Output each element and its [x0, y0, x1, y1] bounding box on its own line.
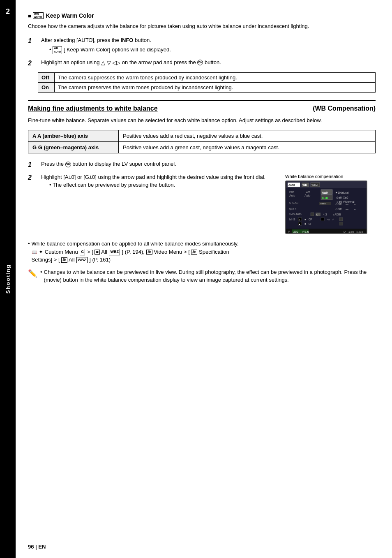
svg-text:—: — [346, 203, 348, 206]
svg-text:P: P [288, 230, 290, 233]
section1-step1: 1 After selecting [AUTO], press the INFO… [28, 36, 376, 54]
video-icon: 🎥 [146, 250, 152, 255]
svg-text:sRGB: sRGB [333, 213, 341, 216]
svg-text:$: $ [289, 201, 291, 204]
svg-text:G±0: G±0 [322, 196, 328, 200]
svg-text:■: ■ [299, 223, 300, 225]
page-number: 96 [28, 544, 34, 550]
section2-step1: 1 Press the OK button to display the LV … [28, 160, 376, 170]
axis-g-value: Positive values add a green cast, negati… [119, 142, 376, 153]
book-icon-inline: 📖 [32, 250, 37, 255]
svg-rect-22 [320, 203, 322, 204]
svg-rect-33 [311, 213, 314, 216]
pencil-content: Changes to white balance can be previewe… [40, 268, 376, 287]
s2-step2-sub: The effect can be previewed by pressing … [49, 182, 277, 188]
svg-text:D: D [344, 230, 346, 233]
step1-text: After selecting [AUTO], press the [41, 37, 120, 43]
section-divider [28, 100, 376, 101]
wb-auto-icon: WBAUTO [33, 12, 44, 19]
note-all: All [101, 249, 108, 255]
svg-text:0F: 0F [309, 218, 312, 221]
svg-text:■: ■ [304, 218, 306, 221]
step2-text: Highlight an option using [41, 59, 101, 65]
section2-heading: Making fine adjustments to white balance… [28, 105, 376, 112]
s2-step1-text2: button to display the LV super control p… [71, 161, 176, 167]
video-icon2: 🎥 [191, 250, 197, 255]
page-container: 2 Shooting ■ WBAUTO Keep Warm Color Choo… [0, 0, 392, 558]
svg-text:□1023: □1023 [356, 231, 363, 233]
note-bullet1: White balance compensation can be applie… [28, 240, 376, 264]
section2-heading-left: Making fine adjustments to white balance [28, 105, 158, 112]
sidebar-label: Shooting [5, 264, 11, 294]
note-p2: ] (P. 161) [89, 257, 111, 263]
svg-text:X: X [316, 213, 318, 216]
pencil-note: ✏️ Changes to white balance can be previ… [28, 268, 376, 287]
svg-rect-43 [321, 218, 324, 221]
wb-image-container: White balance compensation Auto [285, 174, 376, 234]
svg-text:+2.03: +2.03 [348, 231, 354, 233]
svg-rect-46 [339, 218, 343, 221]
section2-step2: 2 Highlight [A±0] or [G±0] using the arr… [28, 174, 376, 234]
option-on-value: The camera preserves the warm tones prod… [55, 82, 376, 92]
svg-text:A±0: A±0 [322, 191, 328, 194]
options-table: Off The camera suppresses the warm tones… [38, 72, 376, 93]
axis-table: A A (amber–blue) axis Positive values ad… [28, 130, 376, 153]
svg-rect-24 [324, 203, 326, 204]
svg-text:0F: 0F [309, 222, 312, 225]
step1-sub: WBAUTO [ Keep Warm Color] options will b… [49, 46, 376, 54]
table-row: Off The camera suppresses the warm tones… [38, 72, 376, 82]
svg-text:S-50: S-50 [292, 201, 298, 204]
step2-text2: on the arrow pad and press the [120, 59, 197, 65]
note-p1: ] (P. 194), [122, 249, 146, 255]
svg-text:$±0.0: $±0.0 [289, 208, 297, 211]
svg-text:✓: ✓ [332, 218, 334, 221]
svg-text:Auto: Auto [289, 194, 295, 197]
camera-screen: Auto WB WBZ ISO Auto WB Auto [285, 181, 367, 234]
section2-heading-right: (WB Compensation) [313, 105, 376, 112]
step2-text3: button. [203, 59, 221, 65]
custom-menu-ref: ✦ Custom Menu [39, 249, 79, 255]
ok-button-icon: OK [197, 60, 203, 65]
option-off-key: Off [38, 72, 55, 82]
camera-icon-inline: ▣ [95, 250, 100, 255]
note-settings: Settings] > [ [32, 257, 60, 263]
section1-step2: 2 Highlight an option using △ ▽ ◁▷ on th… [28, 58, 376, 68]
svg-rect-51 [339, 222, 343, 225]
table-row: A A (amber–blue) axis Positive values ad… [28, 130, 376, 142]
step2-content: Highlight an option using △ ▽ ◁▷ on the … [41, 58, 376, 68]
svg-text:WB: WB [302, 183, 307, 186]
step2-number: 2 [28, 58, 38, 68]
note-all2: All [69, 257, 76, 263]
svg-text:F5.6: F5.6 [302, 230, 309, 234]
wbz-icon: WBZ [109, 249, 120, 255]
main-content: ■ WBAUTO Keep Warm Color Choose how the … [16, 0, 392, 558]
s2-step1-text: Press the [41, 161, 65, 167]
step1-sub-text: [ Keep Warm Color] options will be displ… [64, 46, 171, 53]
page-footer: 96 | EN [28, 544, 46, 550]
svg-text:250: 250 [293, 230, 298, 233]
wbz-icon2: WBZ [76, 257, 88, 264]
wb-auto-icon-small: WBAUTO [53, 46, 62, 54]
s2-sub-text: The effect can be previewed by pressing … [53, 182, 175, 188]
s2-step2-number: 2 [28, 174, 38, 181]
section2-description: Fine-tune white balance. Separate values… [28, 116, 376, 125]
step1-text2: button. [133, 37, 151, 43]
option-off-value: The camera suppresses the warm tones pro… [55, 72, 376, 82]
svg-text:—: — [346, 208, 348, 211]
page-lang: EN [38, 544, 46, 550]
svg-rect-23 [322, 203, 324, 204]
s2-step1-number: 1 [28, 160, 38, 170]
note-mid: > [ [87, 249, 93, 255]
svg-text:⊙Off: ⊙Off [335, 208, 341, 211]
step1-number: 1 [28, 36, 38, 54]
g-icon: G [80, 249, 85, 255]
svg-text:--: -- [354, 208, 356, 211]
pencil-bullet: Changes to white balance can be previewe… [40, 268, 376, 284]
section1-title-text: Keep Warm Color [46, 12, 94, 19]
svg-text:--: -- [354, 203, 356, 206]
svg-text:M-IS: M-IS [289, 218, 295, 221]
note-spec: Specification [199, 249, 229, 255]
svg-text:4K: 4K [327, 218, 330, 221]
svg-text:S-IS Auto: S-IS Auto [289, 213, 302, 215]
table-row: On The camera preserves the warm tones p… [38, 82, 376, 92]
